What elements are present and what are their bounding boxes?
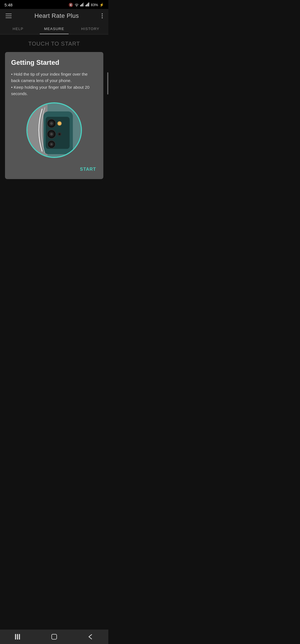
menu-button[interactable]	[4, 13, 13, 19]
card-actions: START	[11, 165, 97, 174]
wifi-icon	[74, 3, 79, 7]
mute-icon: 🔇	[69, 3, 73, 7]
battery-icon: ⚡	[99, 3, 104, 7]
getting-started-card: Getting Started • Hold the tip of your i…	[5, 52, 103, 179]
svg-rect-7	[88, 3, 89, 6]
signal-icon	[80, 3, 84, 7]
start-button[interactable]: START	[79, 165, 97, 174]
tab-history[interactable]: HISTORY	[72, 23, 108, 34]
status-icons: 🔇 83%	[69, 3, 104, 7]
svg-rect-5	[86, 4, 87, 6]
svg-rect-1	[81, 4, 82, 6]
battery-level: 83%	[91, 3, 98, 7]
camera-illustration	[11, 102, 97, 158]
app-title: Heart Rate Plus	[34, 12, 79, 19]
svg-point-24	[51, 143, 53, 145]
svg-point-21	[59, 133, 60, 135]
status-bar: 5:48 🔇	[0, 0, 108, 9]
scrollbar	[107, 72, 108, 95]
card-instructions: • Hold the tip of your index finger over…	[11, 71, 97, 97]
svg-rect-6	[88, 3, 88, 6]
svg-point-19	[50, 133, 53, 136]
tab-measure[interactable]: MEASURE	[36, 23, 72, 34]
svg-point-16	[58, 122, 61, 125]
app-bar: Heart Rate Plus	[0, 9, 108, 23]
svg-rect-2	[82, 3, 83, 6]
camera-circle	[26, 102, 82, 158]
svg-point-14	[50, 122, 53, 125]
tab-help[interactable]: HELP	[0, 23, 36, 34]
touch-to-start-label[interactable]: TOUCH TO START	[0, 34, 108, 52]
svg-rect-3	[83, 3, 84, 6]
card-title: Getting Started	[11, 59, 97, 66]
more-options-button[interactable]	[101, 12, 104, 19]
status-time: 5:48	[4, 3, 12, 7]
svg-rect-4	[86, 5, 86, 6]
signal2-icon	[86, 3, 89, 7]
tab-bar: HELP MEASURE HISTORY	[0, 23, 108, 34]
svg-rect-0	[80, 5, 81, 6]
